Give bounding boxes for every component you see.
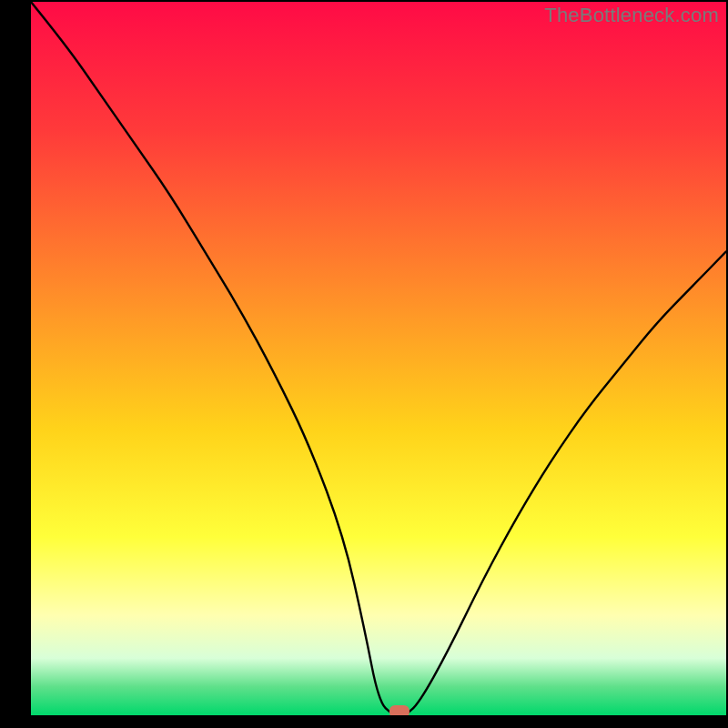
chart-frame: TheBottleneck.com (0, 0, 728, 728)
watermark-text: TheBottleneck.com (544, 4, 719, 27)
axis-border-bottom (0, 715, 728, 728)
gradient-background (31, 2, 726, 715)
axis-border-left (0, 0, 31, 728)
bottleneck-chart (0, 0, 728, 728)
